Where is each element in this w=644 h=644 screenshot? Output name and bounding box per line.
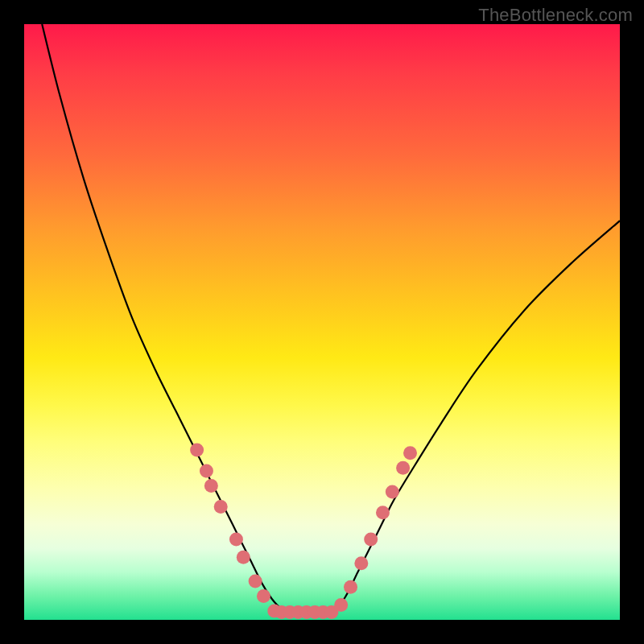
highlight-dot [344, 580, 357, 594]
highlight-dot [354, 556, 368, 570]
highlight-dot [237, 551, 250, 564]
highlight-dot [396, 461, 410, 475]
highlight-dot [376, 506, 390, 519]
bottleneck-curve [24, 24, 620, 620]
highlight-dots [190, 444, 417, 619]
highlight-dot [403, 446, 417, 460]
bottleneck-curve-path [42, 24, 620, 613]
highlight-dot [249, 574, 262, 588]
highlight-dot [214, 500, 228, 514]
highlight-dot [386, 485, 399, 498]
highlight-dot [364, 533, 378, 547]
watermark-text: TheBottleneck.com [478, 5, 633, 26]
chart-frame: TheBottleneck.com [0, 0, 644, 644]
highlight-dot [257, 589, 270, 603]
highlight-dot [190, 444, 204, 457]
highlight-dot [200, 464, 213, 478]
highlight-dot [204, 479, 218, 493]
curve-paths [42, 24, 620, 613]
highlight-dot [229, 533, 243, 547]
plot-area [24, 24, 620, 620]
highlight-dot [334, 598, 348, 612]
